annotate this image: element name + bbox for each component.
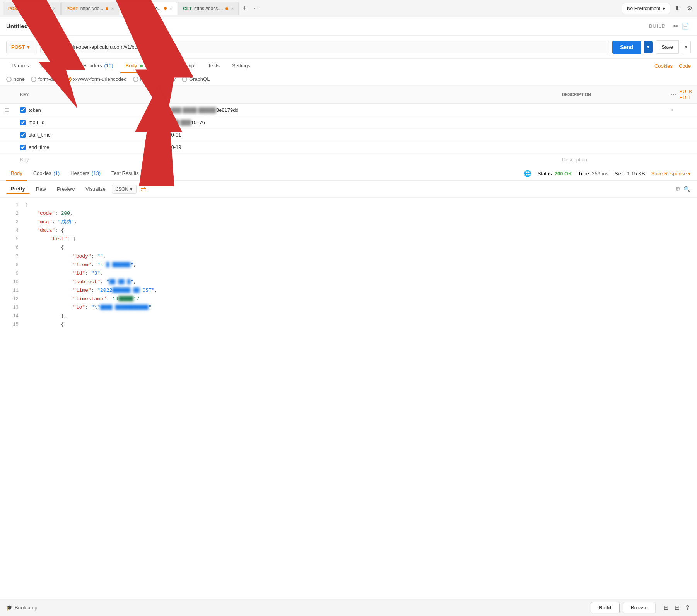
environment-dropdown[interactable]: No Environment ▾ xyxy=(622,3,670,14)
value-cell-3: 2022-10-01 xyxy=(151,129,557,141)
new-row: Key Value Description xyxy=(0,154,697,166)
tab-authorization[interactable]: Authorization xyxy=(36,59,76,73)
tab-2[interactable]: POST https://do... × xyxy=(62,2,119,15)
row-checkbox-3[interactable] xyxy=(20,132,26,138)
body-type-bar: none form-data x-www-form-urlencoded raw… xyxy=(0,73,697,86)
drag-handle-cell xyxy=(0,116,15,129)
body-type-form-data[interactable]: form-data xyxy=(31,76,60,82)
search-icon[interactable]: 🔍 xyxy=(683,186,691,193)
code-line-2: 2 "code": 200, xyxy=(0,209,697,218)
document-icon[interactable]: 📄 xyxy=(680,21,691,31)
settings-icon[interactable]: ⚙ xyxy=(685,3,694,14)
code-line-3: 3 "msg": "成功", xyxy=(0,218,697,226)
browse-button[interactable]: Browse xyxy=(623,602,656,613)
drag-handle-icon[interactable]: ☰ xyxy=(5,107,9,113)
format-tab-pretty[interactable]: Pretty xyxy=(6,184,30,194)
tab-settings[interactable]: Settings xyxy=(227,59,256,73)
time-value: 259 ms xyxy=(592,171,608,176)
tab-tests[interactable]: Tests xyxy=(203,59,225,73)
tab-4[interactable]: GET https://docs.... × xyxy=(178,2,239,15)
action-cell-4 xyxy=(666,141,697,154)
bootcamp-link[interactable]: 🎓 Bootcamp xyxy=(6,605,38,611)
tab-params[interactable]: Params xyxy=(6,59,34,73)
wrap-button[interactable]: ⇌ xyxy=(138,185,149,193)
split-icon[interactable]: ⊟ xyxy=(673,602,681,613)
tab-1[interactable]: POST https://do... × xyxy=(3,2,61,15)
body-type-binary[interactable]: binary xyxy=(155,76,176,82)
add-tab-button[interactable]: + xyxy=(239,3,250,14)
tab-4-close[interactable]: × xyxy=(231,6,234,11)
key-value-3: start_time xyxy=(29,132,51,138)
tab-body[interactable]: Body xyxy=(120,59,148,73)
code-line-10: 10 "subject": "██ ██ █", xyxy=(0,278,697,286)
request-header: Untitled Request BUILD ✏ 📄 xyxy=(0,17,697,36)
drag-handle-cell: ☰ xyxy=(0,104,15,116)
action-cell-2 xyxy=(666,116,697,129)
resp-tab-headers[interactable]: Headers (13) xyxy=(66,166,105,181)
row-checkbox-2[interactable] xyxy=(20,120,26,125)
cookies-link[interactable]: Cookies xyxy=(654,63,673,69)
format-label: JSON xyxy=(116,187,128,192)
globe-icon: 🌐 xyxy=(524,170,531,177)
tab-headers[interactable]: Headers (10) xyxy=(78,59,119,73)
checkbox-container: start_time xyxy=(20,132,146,138)
action-cell-3 xyxy=(666,129,697,141)
tab-1-close[interactable]: × xyxy=(53,6,55,11)
body-type-raw[interactable]: raw xyxy=(133,76,149,82)
save-button[interactable]: Save xyxy=(656,40,679,54)
resp-tab-body[interactable]: Body xyxy=(6,166,27,181)
format-tab-preview[interactable]: Preview xyxy=(52,184,79,194)
drag-handle-cell xyxy=(0,154,15,166)
body-type-graphql[interactable]: GraphQL xyxy=(182,76,210,82)
desc-placeholder[interactable]: Description xyxy=(557,154,666,166)
body-type-urlencoded[interactable]: x-www-form-urlencoded xyxy=(66,76,127,82)
col-value: VALUE xyxy=(151,86,557,104)
body-dot xyxy=(140,65,143,67)
save-dropdown[interactable]: ▾ xyxy=(682,41,691,53)
tab-1-dot xyxy=(47,7,50,10)
tab-pre-request[interactable]: Pre-request Script xyxy=(150,59,201,73)
url-input[interactable] xyxy=(40,41,609,53)
method-label: POST xyxy=(11,44,25,50)
layout-icon[interactable]: ⊞ xyxy=(662,602,670,613)
format-chevron-icon: ▾ xyxy=(130,187,132,192)
table-row: ☰ token b56fc7███ ████ █████3e8179dd × xyxy=(0,104,697,116)
format-tab-visualize[interactable]: Visualize xyxy=(81,184,110,194)
tab-3[interactable]: POST https://do... × xyxy=(120,2,178,15)
edit-icon[interactable]: ✏ xyxy=(672,21,680,31)
tab-3-url: https://do... xyxy=(138,6,161,11)
send-dropdown[interactable]: ▾ xyxy=(644,41,653,53)
code-link[interactable]: Code xyxy=(679,63,691,69)
tab-1-url: https://do... xyxy=(22,6,45,11)
resp-tab-test-results[interactable]: Test Results xyxy=(107,166,144,181)
checkbox-container: mail_id xyxy=(20,120,146,125)
eye-icon[interactable]: 👁 xyxy=(673,3,682,14)
tab-3-close[interactable]: × xyxy=(170,6,172,11)
delete-row-1[interactable]: × xyxy=(670,107,673,113)
tab-2-close[interactable]: × xyxy=(111,6,114,11)
send-button[interactable]: Send xyxy=(612,41,641,54)
more-options-icon[interactable]: ··· xyxy=(670,91,676,99)
more-tabs-button[interactable]: ··· xyxy=(251,3,262,14)
environment-selector: No Environment ▾ 👁 ⚙ xyxy=(622,3,694,14)
row-checkbox-1[interactable] xyxy=(20,107,26,113)
bulk-edit-button[interactable]: Bulk Edit xyxy=(679,89,692,100)
key-placeholder[interactable]: Key xyxy=(15,154,151,166)
chevron-down-icon: ▾ xyxy=(663,6,665,11)
method-select[interactable]: POST ▾ xyxy=(6,41,37,53)
build-button[interactable]: Build xyxy=(591,602,620,613)
save-response-button[interactable]: Save Response ▾ xyxy=(651,171,691,176)
redacted-1: ███ ████ █████ xyxy=(171,107,216,113)
code-line-14: 14 }, xyxy=(0,312,697,320)
table-row: mail_id 15█████ ███10176 xyxy=(0,116,697,129)
body-type-none[interactable]: none xyxy=(6,76,25,82)
row-checkbox-4[interactable] xyxy=(20,145,26,150)
format-tab-raw[interactable]: Raw xyxy=(31,184,51,194)
help-icon[interactable]: ? xyxy=(684,603,691,613)
value-placeholder[interactable]: Value xyxy=(151,154,557,166)
col-drag xyxy=(0,86,15,104)
format-type-select[interactable]: JSON ▾ xyxy=(112,185,137,194)
resp-tab-cookies[interactable]: Cookies (1) xyxy=(29,166,64,181)
tab-4-method: GET xyxy=(183,6,192,11)
copy-icon[interactable]: ⧉ xyxy=(676,186,680,193)
